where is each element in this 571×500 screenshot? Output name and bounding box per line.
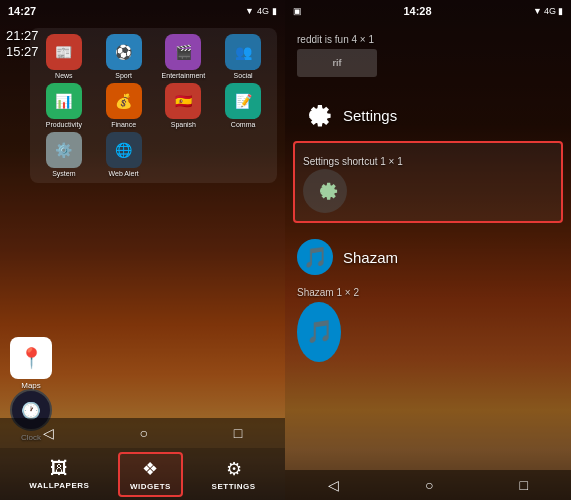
- maps-app[interactable]: 📍 Maps: [10, 337, 52, 390]
- app-system-icon: ⚙️: [46, 132, 82, 168]
- app-spanish-label: Spanish: [171, 121, 196, 128]
- app-social[interactable]: 👥 Social: [215, 34, 271, 79]
- app-news-label: News: [55, 72, 73, 79]
- recent-button-left[interactable]: □: [234, 425, 242, 441]
- right-panel: ▣ 14:28 ▼ 4G ▮ reddit is fun 4 × 1 rif: [285, 0, 571, 500]
- dock-widgets[interactable]: ❖ WIDGETS: [118, 452, 183, 497]
- app-webalert-icon: 🌐: [106, 132, 142, 168]
- app-webalert[interactable]: 🌐 Web Alert: [96, 132, 152, 177]
- app-spanish-icon: 🇪🇸: [165, 83, 201, 119]
- settings-shortcut-label: Settings shortcut 1 × 1: [303, 156, 403, 167]
- battery-icon: ▮: [272, 6, 277, 16]
- app-system[interactable]: ⚙️ System: [36, 132, 92, 177]
- signal-icon: ▼: [245, 6, 254, 16]
- app-spanish[interactable]: 🇪🇸 Spanish: [156, 83, 212, 128]
- settings-header: Settings: [285, 89, 571, 141]
- right-status-icons: ▼ 4G ▮: [533, 6, 563, 16]
- network-icon: 4G: [257, 6, 269, 16]
- recent-button-right[interactable]: □: [520, 477, 528, 493]
- bottom-dock: 🖼 WALLPAPERS ❖ WIDGETS ⚙ SETTINGS: [0, 448, 285, 500]
- app-sport-label: Sport: [115, 72, 132, 79]
- reddit-widget-label: reddit is fun 4 × 1: [297, 34, 559, 45]
- app-productivity-icon: 📊: [46, 83, 82, 119]
- reddit-section: reddit is fun 4 × 1 rif: [285, 30, 571, 85]
- reddit-thumb-text: rif: [333, 58, 342, 68]
- nav-bar-right: ◁ ○ □: [285, 470, 571, 500]
- photo-icon: ▣: [293, 6, 302, 16]
- shazam-app-icon: 🎵: [297, 239, 333, 275]
- status-bar-left: 14:27 ▼ 4G ▮: [0, 0, 285, 22]
- app-comma-icon: 📝: [225, 83, 261, 119]
- settings-shortcut-gear-icon: [311, 177, 339, 205]
- app-sport[interactable]: ⚽ Sport: [96, 34, 152, 79]
- maps-app-icon: 📍: [10, 337, 52, 379]
- right-signal-icon: ▼: [533, 6, 542, 16]
- app-webalert-label: Web Alert: [109, 170, 139, 177]
- home-button-left[interactable]: ○: [140, 425, 148, 441]
- widgets-icon: ❖: [142, 458, 158, 480]
- app-news-icon: 📰: [46, 34, 82, 70]
- settings-shortcut-box[interactable]: Settings shortcut 1 × 1: [293, 141, 563, 223]
- right-network-icon: 4G: [544, 6, 556, 16]
- app-finance-icon: 💰: [106, 83, 142, 119]
- app-finance-label: Finance: [111, 121, 136, 128]
- dock-wallpapers[interactable]: 🖼 WALLPAPERS: [19, 454, 99, 494]
- settings-shortcut-icon[interactable]: [303, 169, 347, 213]
- status-bar-right: ▣ 14:28 ▼ 4G ▮: [285, 0, 571, 22]
- app-entertainment-icon: 🎬: [165, 34, 201, 70]
- settings-large-gear-icon: [297, 97, 333, 133]
- back-button-right[interactable]: ◁: [328, 477, 339, 493]
- app-social-label: Social: [234, 72, 253, 79]
- dock-settings-icon: ⚙: [226, 458, 242, 480]
- left-status-icons: ▼ 4G ▮: [245, 6, 277, 16]
- home-button-right[interactable]: ○: [425, 477, 433, 493]
- status-bar-right-left: ▣: [293, 6, 302, 16]
- nav-bar-left: ◁ ○ □: [0, 418, 285, 448]
- shazam-widget-preview[interactable]: 🎵: [297, 302, 341, 362]
- app-sport-icon: ⚽: [106, 34, 142, 70]
- app-productivity[interactable]: 📊 Productivity: [36, 83, 92, 128]
- right-time: 14:28: [403, 5, 431, 17]
- app-system-label: System: [52, 170, 75, 177]
- dock-settings[interactable]: ⚙ SETTINGS: [202, 454, 266, 495]
- app-social-icon: 👥: [225, 34, 261, 70]
- right-battery-icon: ▮: [558, 6, 563, 16]
- widget-list[interactable]: reddit is fun 4 × 1 rif Settings Setting…: [285, 22, 571, 470]
- app-news[interactable]: 📰 News: [36, 34, 92, 79]
- wallpapers-icon: 🖼: [50, 458, 68, 479]
- shazam-preview-row: Shazam 1 × 2 🎵: [285, 283, 571, 370]
- app-productivity-label: Productivity: [46, 121, 82, 128]
- app-comma-label: Comma: [231, 121, 256, 128]
- shazam-header: 🎵 Shazam: [285, 231, 571, 283]
- widgets-label: WIDGETS: [130, 482, 171, 491]
- app-entertainment[interactable]: 🎬 Entertainment: [156, 34, 212, 79]
- reddit-preview-thumb[interactable]: rif: [297, 49, 377, 77]
- app-comma[interactable]: 📝 Comma: [215, 83, 271, 128]
- app-finance[interactable]: 💰 Finance: [96, 83, 152, 128]
- app-grid: 📰 News ⚽ Sport 🎬 Entertainment 👥 Social …: [36, 34, 271, 177]
- wallpapers-label: WALLPAPERS: [29, 481, 89, 490]
- back-button-left[interactable]: ◁: [43, 425, 54, 441]
- reddit-preview-row: reddit is fun 4 × 1 rif: [285, 30, 571, 85]
- left-panel: 14:27 ▼ 4G ▮ 21:27 15:27 📰 News ⚽ Sport …: [0, 0, 285, 500]
- app-grid-container: 📰 News ⚽ Sport 🎬 Entertainment 👥 Social …: [30, 28, 277, 183]
- left-time: 14:27: [8, 5, 36, 17]
- shazam-app-name: Shazam: [343, 249, 398, 266]
- settings-app-name: Settings: [343, 107, 397, 124]
- app-entertainment-label: Entertainment: [162, 72, 206, 79]
- settings-section: Settings Settings shortcut 1 × 1: [285, 89, 571, 223]
- dock-settings-label: SETTINGS: [212, 482, 256, 491]
- shazam-widget-label: Shazam 1 × 2: [297, 287, 559, 298]
- shazam-section: 🎵 Shazam Shazam 1 × 2 🎵: [285, 231, 571, 370]
